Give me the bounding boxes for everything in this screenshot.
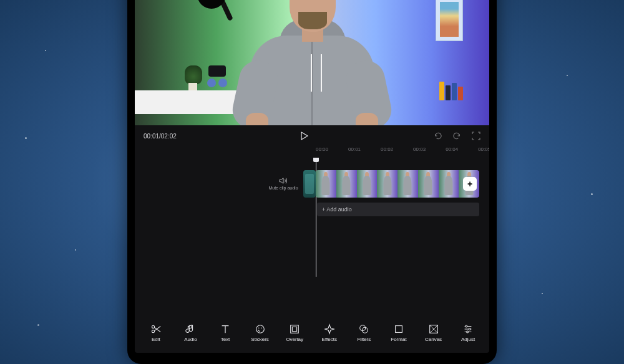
sliders-icon [462, 323, 474, 335]
tool-label: Audio [184, 337, 197, 342]
fullscreen-icon[interactable] [472, 132, 480, 140]
ruler-mark: 00:01 [348, 146, 361, 158]
music-note-icon [185, 323, 196, 335]
play-button[interactable] [298, 129, 311, 143]
mute-clip-audio-button[interactable]: Mute clip audio [266, 177, 301, 191]
svg-point-4 [261, 327, 261, 328]
tool-label: Effects [322, 337, 337, 342]
filters-icon [358, 323, 369, 335]
tool-text[interactable]: Text [210, 323, 241, 342]
svg-rect-6 [293, 327, 297, 331]
undo-icon[interactable] [433, 132, 442, 140]
video-clip[interactable]: + [316, 170, 479, 198]
stickers-icon [255, 323, 266, 335]
add-audio-button[interactable]: + Add audio [317, 203, 479, 216]
redo-icon[interactable] [452, 132, 462, 140]
svg-point-3 [258, 327, 259, 328]
ruler-mark: 00:04 [446, 146, 458, 158]
svg-rect-5 [291, 325, 299, 333]
playback-controls: 00:01/02:02 [135, 125, 489, 146]
tool-label: Filters [357, 337, 371, 342]
timecode: 00:01/02:02 [144, 133, 177, 140]
tool-overlay[interactable]: Overlay [279, 323, 310, 342]
app-screen: 00:01/02:02 00:00 00:01 00:02 00:03 00:0… [135, 0, 489, 353]
add-audio-label: + Add audio [322, 206, 352, 213]
ruler-mark: 00:02 [381, 146, 393, 158]
tool-canvas[interactable]: Canvas [418, 323, 449, 342]
overlay-icon [289, 323, 300, 335]
tool-effects[interactable]: Effects [314, 323, 345, 342]
toolbar: Edit Audio Text Stickers Overlay Effects [135, 314, 489, 353]
sparkle-icon [324, 323, 335, 335]
tool-stickers[interactable]: Stickers [245, 323, 276, 342]
ruler-mark: 00:05 [478, 146, 489, 158]
add-clip-button[interactable]: + [463, 177, 477, 191]
tool-filters[interactable]: Filters [348, 323, 379, 342]
tool-label: Edit [152, 337, 160, 342]
svg-point-7 [360, 325, 366, 331]
tool-audio[interactable]: Audio [175, 323, 206, 342]
tool-label: Overlay [286, 337, 303, 342]
text-icon [220, 323, 231, 335]
mute-clip-label: Mute clip audio [268, 186, 298, 190]
video-preview[interactable] [135, 0, 489, 125]
timeline[interactable]: Mute clip audio + + Add audio [135, 158, 489, 314]
svg-point-8 [363, 327, 368, 333]
tool-label: Format [391, 337, 406, 342]
tool-adjust[interactable]: Adjust [452, 323, 484, 342]
svg-point-0 [152, 325, 154, 328]
cover-clip[interactable] [303, 170, 316, 198]
canvas-icon [428, 323, 439, 335]
svg-point-2 [256, 325, 264, 333]
tool-edit[interactable]: Edit [140, 323, 172, 342]
preview-scene [135, 0, 489, 125]
timeline-ruler[interactable]: 00:00 00:01 00:02 00:03 00:04 00:05 00:0… [135, 146, 489, 158]
svg-point-11 [466, 325, 467, 327]
svg-point-1 [152, 330, 154, 333]
tool-label: Stickers [251, 337, 268, 342]
svg-rect-9 [396, 326, 402, 333]
plus-icon: + [467, 179, 472, 189]
video-track: Mute clip audio + [135, 169, 489, 199]
svg-point-12 [469, 328, 470, 330]
ruler-mark: 00:00 [316, 146, 328, 158]
tool-label: Adjust [461, 337, 475, 342]
tool-label: Canvas [425, 337, 442, 342]
format-icon [393, 323, 404, 335]
tablet-frame: 00:01/02:02 00:00 00:01 00:02 00:03 00:0… [127, 0, 497, 364]
tool-format[interactable]: Format [383, 323, 414, 342]
ruler-mark: 00:03 [413, 146, 426, 158]
scissors-icon [150, 323, 162, 335]
tool-label: Text [221, 337, 230, 342]
svg-point-13 [467, 331, 469, 333]
